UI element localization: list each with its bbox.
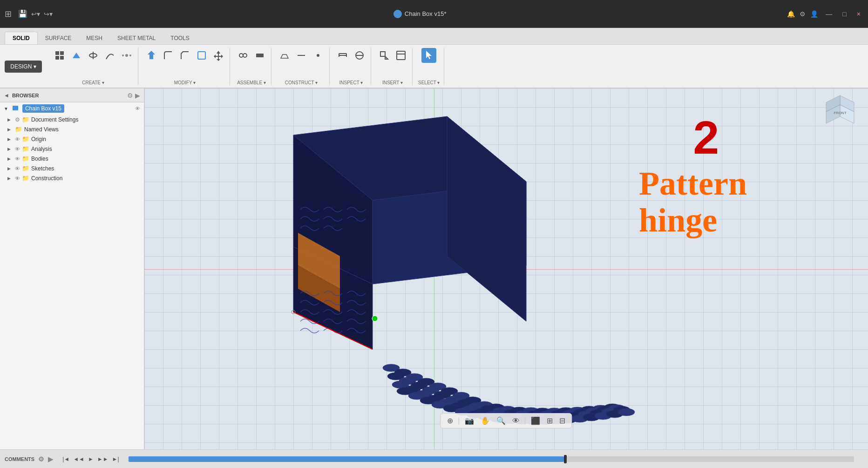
measure-icon[interactable]: [335, 48, 350, 63]
select-label[interactable]: SELECT ▾: [418, 80, 440, 85]
browser-item-document-settings[interactable]: ▶ ⚙ 📁 Document Settings: [0, 115, 144, 124]
annotation-line2: hinge: [639, 202, 717, 239]
select-icons: [421, 48, 436, 63]
point-icon[interactable]: [311, 48, 326, 63]
folder-icon: 📁: [22, 136, 29, 142]
eye-indicator-icon: 👁: [135, 106, 140, 111]
axis-icon[interactable]: [294, 48, 309, 63]
revolve-icon[interactable]: [86, 48, 101, 63]
tab-surface[interactable]: SURFACE: [38, 32, 79, 44]
eye-icon[interactable]: 👁: [15, 176, 20, 181]
zoom-icon[interactable]: 🔍: [495, 415, 508, 426]
ground-icon[interactable]: [252, 48, 267, 63]
assemble-icons: [236, 48, 267, 63]
redo-button[interactable]: ↪▾: [44, 10, 53, 18]
browser-item-origin[interactable]: ▶ 👁 📁 Origin: [0, 134, 144, 144]
user-icon[interactable]: 👤: [810, 10, 818, 18]
settings-icon[interactable]: ⚙: [800, 10, 806, 18]
play-end-icon[interactable]: ►|: [112, 456, 119, 462]
sweep-icon[interactable]: [102, 48, 117, 63]
chamfer-icon[interactable]: [177, 48, 192, 63]
browser-item-sketches[interactable]: ▶ 👁 📁 Sketches: [0, 163, 144, 173]
eye-icon[interactable]: 👁: [15, 166, 20, 171]
folder-icon: 📁: [22, 155, 29, 162]
comments-expand-icon[interactable]: ▶: [48, 455, 53, 463]
svg-point-14: [243, 54, 247, 57]
section-analysis-icon[interactable]: [352, 48, 367, 63]
annotation-line1: Pattern: [639, 165, 747, 202]
browser-scroll[interactable]: ▼ Chain Box v15 👁 ▶ ⚙ 📁 Document Setting…: [0, 102, 144, 449]
shell-icon[interactable]: [194, 48, 209, 63]
browser-collapse-icon[interactable]: ◄: [4, 92, 9, 99]
pan-icon[interactable]: ✋: [479, 415, 492, 426]
document-title: Chain Box v15*: [405, 10, 447, 17]
tab-mesh[interactable]: MESH: [79, 32, 110, 44]
camera-icon[interactable]: 📷: [463, 415, 476, 426]
display-mode-icon[interactable]: ⬛: [529, 415, 542, 426]
play-prev-icon[interactable]: ◄◄: [73, 456, 84, 462]
undo-button[interactable]: ↩▾: [31, 10, 40, 18]
browser-item-bodies[interactable]: ▶ 👁 📁 Bodies: [0, 154, 144, 163]
browser-item-construction[interactable]: ▶ 👁 📁 Construction: [0, 173, 144, 183]
arrow-icon: ▶: [7, 147, 13, 151]
joint-icon[interactable]: [236, 48, 251, 63]
assemble-label[interactable]: ASSEMBLE ▾: [237, 80, 266, 85]
insert-canvas-icon[interactable]: [393, 48, 408, 63]
select-icon[interactable]: [421, 48, 436, 63]
eye-icon[interactable]: 👁: [15, 156, 20, 162]
play-start-icon[interactable]: |◄: [62, 456, 69, 462]
browser-item-named-views[interactable]: ▶ 📁 Named Views: [0, 124, 144, 134]
viewcube[interactable]: FRONT: [821, 93, 859, 130]
window-minimize-button[interactable]: —: [823, 9, 835, 19]
eye-icon[interactable]: 👁: [15, 146, 20, 152]
play-next-icon[interactable]: ►►: [97, 456, 108, 462]
browser-settings-icon[interactable]: ⚙: [127, 92, 133, 99]
window-maximize-button[interactable]: □: [840, 9, 849, 19]
app-grid-icon[interactable]: ⊞: [5, 9, 12, 19]
window-close-button[interactable]: ×: [854, 9, 863, 19]
orbit-icon[interactable]: 👁: [510, 416, 522, 426]
insert-derive-icon[interactable]: [377, 48, 392, 63]
document-settings-label: Document Settings: [31, 116, 78, 123]
viewport[interactable]: 2 Pattern hinge FRONT ⊕ | 📷 ✋ 🔍 👁 | ⬛ ⊞ …: [144, 88, 868, 449]
extrude-icon[interactable]: [69, 48, 84, 63]
tab-tools[interactable]: TOOLS: [163, 32, 197, 44]
grid-icon[interactable]: ⊞: [545, 415, 555, 426]
browser-root-collapse-icon: ▼: [4, 106, 8, 111]
save-icon[interactable]: 💾: [18, 9, 27, 18]
modify-group: MODIFY ▾: [140, 48, 230, 85]
create-label[interactable]: CREATE ▾: [82, 80, 104, 85]
titlebar-right: 🔔 ⚙ 👤 — □ ×: [782, 9, 868, 19]
browser-expand-icon[interactable]: ▶: [135, 92, 140, 99]
toolbar: SOLID SURFACE MESH SHEET METAL TOOLS DES…: [0, 28, 868, 88]
move-icon[interactable]: [211, 48, 226, 63]
svg-rect-26: [397, 51, 405, 60]
push-pull-icon[interactable]: [144, 48, 159, 63]
play-icon[interactable]: ►: [88, 456, 94, 462]
svg-point-9: [129, 54, 131, 56]
titlebar-left: ⊞ 💾 ↩▾ ↪▾: [0, 9, 57, 19]
eye-icon[interactable]: 👁: [15, 136, 20, 142]
browser-root-item[interactable]: ▼ Chain Box v15 👁: [0, 102, 144, 115]
create-more-icon[interactable]: [119, 48, 134, 63]
tab-sheet-metal[interactable]: SHEET METAL: [110, 32, 163, 44]
fillet-icon[interactable]: [161, 48, 176, 63]
timeline-bar[interactable]: [129, 456, 854, 462]
modify-label[interactable]: MODIFY ▾: [174, 80, 196, 85]
design-button[interactable]: DESIGN ▾: [5, 61, 42, 73]
viewport-nav-bar: ⊕ | 📷 ✋ 🔍 👁 | ⬛ ⊞ ⊟: [440, 413, 572, 428]
inspect-label[interactable]: INSPECT ▾: [339, 80, 363, 85]
insert-label[interactable]: INSERT ▾: [382, 80, 403, 85]
construct-label[interactable]: CONSTRUCT ▾: [285, 80, 318, 85]
browser-item-analysis[interactable]: ▶ 👁 📁 Analysis: [0, 144, 144, 154]
home-view-icon[interactable]: ⊕: [445, 415, 455, 426]
tab-solid[interactable]: SOLID: [5, 32, 38, 44]
comments-settings-icon[interactable]: ⚙: [38, 455, 44, 463]
notification-icon[interactable]: 🔔: [787, 10, 795, 18]
plane-icon[interactable]: [277, 48, 292, 63]
timeline-thumb[interactable]: [564, 455, 567, 463]
construct-group: CONSTRUCT ▾: [273, 48, 330, 85]
layout-icon[interactable]: ⊟: [557, 415, 567, 426]
analysis-label: Analysis: [31, 146, 52, 152]
new-component-icon[interactable]: [52, 48, 67, 63]
